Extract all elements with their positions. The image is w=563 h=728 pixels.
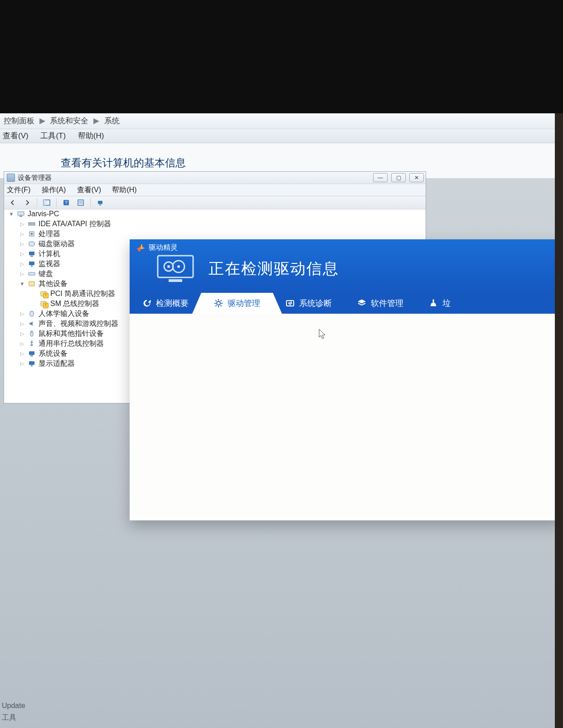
- content-area: [130, 314, 555, 520]
- help-button[interactable]: ?: [60, 197, 72, 208]
- svg-text:?: ?: [65, 200, 68, 205]
- svg-point-13: [31, 223, 32, 224]
- svg-rect-21: [31, 266, 33, 267]
- display-adapter-icon: [28, 360, 36, 367]
- control-panel-window: 控制面板 ▶ 系统和安全 ▶ 系统 查看(V) 工具(T) 帮助(H) 查看有关…: [0, 113, 555, 178]
- expand-toggle[interactable]: [19, 219, 25, 229]
- tab-label: 软件管理: [371, 298, 403, 309]
- sound-icon: [28, 320, 36, 327]
- expand-toggle[interactable]: [9, 209, 14, 219]
- menu-action[interactable]: 操作(A): [42, 186, 66, 194]
- breadcrumb-item[interactable]: 控制面板: [4, 116, 34, 125]
- expand-toggle[interactable]: [19, 319, 25, 329]
- scan-hardware-button[interactable]: [94, 197, 106, 208]
- svg-rect-22: [29, 272, 35, 275]
- svg-rect-4: [78, 200, 83, 205]
- desktop: 控制面板 ▶ 系统和安全 ▶ 系统 查看(V) 工具(T) 帮助(H) 查看有关…: [0, 113, 555, 728]
- tree-node-label: PCI 简易通讯控制器: [50, 289, 115, 299]
- tab-software[interactable]: 软件管理: [345, 293, 416, 314]
- tree-node-label: IDE ATA/ATAPI 控制器: [39, 219, 111, 229]
- expand-toggle[interactable]: [19, 329, 25, 339]
- svg-rect-8: [99, 204, 101, 205]
- expand-toggle[interactable]: [19, 249, 25, 259]
- svg-rect-19: [30, 256, 33, 257]
- app-logo: 驱动精灵: [130, 239, 178, 252]
- svg-point-12: [29, 223, 30, 224]
- computer-icon: [28, 250, 36, 257]
- tree-root[interactable]: Jarvis-PC: [7, 209, 423, 219]
- device-manager-menubar[interactable]: 文件(F) 操作(A) 查看(V) 帮助(H): [4, 184, 426, 196]
- tree-node-label: 其他设备: [39, 279, 68, 289]
- tree-node-ide[interactable]: IDE ATA/ATAPI 控制器: [7, 219, 423, 229]
- software-icon: [357, 299, 366, 308]
- close-button[interactable]: ✕: [409, 173, 424, 182]
- svg-rect-1: [44, 200, 46, 205]
- svg-point-14: [33, 223, 34, 224]
- tab-label: 驱动管理: [228, 298, 260, 309]
- expand-toggle[interactable]: [19, 239, 25, 249]
- svg-line-46: [216, 306, 217, 306]
- tab-overview[interactable]: 检测概要: [130, 293, 201, 314]
- usb-icon: [28, 340, 36, 347]
- show-hide-console-tree-button[interactable]: [41, 197, 53, 208]
- svg-rect-31: [29, 361, 34, 365]
- minimize-button[interactable]: —: [373, 173, 388, 182]
- expand-toggle[interactable]: [19, 229, 25, 239]
- system-icon: [28, 350, 36, 357]
- menu-help[interactable]: 帮助(H): [112, 186, 136, 194]
- tree-node-label: 键盘: [39, 269, 53, 279]
- tree-node-label: 声音、视频和游戏控制器: [39, 319, 118, 329]
- tab-cleanup[interactable]: 垃: [416, 293, 463, 314]
- menu-help[interactable]: 帮助(H): [78, 131, 104, 140]
- sidebar-link-tools[interactable]: 工具: [2, 713, 16, 723]
- svg-rect-20: [29, 262, 34, 265]
- tree-node-label: 监视器: [39, 259, 60, 269]
- svg-rect-24: [41, 291, 46, 296]
- svg-point-37: [167, 265, 170, 268]
- disk-icon: [28, 240, 36, 248]
- menu-view[interactable]: 查看(V): [3, 131, 29, 140]
- svg-rect-10: [19, 216, 22, 217]
- breadcrumb[interactable]: 控制面板 ▶ 系统和安全 ▶ 系统: [0, 113, 555, 129]
- tree-node-label: 鼠标和其他指针设备: [39, 329, 104, 339]
- tree-node-label: 处理器: [39, 229, 60, 239]
- titlebar[interactable]: 设备管理器 — ▢ ✕: [4, 172, 426, 184]
- sidebar-link-update[interactable]: Update: [2, 702, 25, 710]
- tree-node-cpu[interactable]: 处理器: [7, 229, 423, 239]
- computer-icon: [17, 210, 25, 218]
- back-button[interactable]: [7, 197, 19, 208]
- tree-root-label: Jarvis-PC: [28, 209, 59, 219]
- toolbar-separator: [37, 198, 37, 207]
- scan-monitor-icon: [155, 253, 196, 285]
- monitor-icon: [28, 260, 36, 267]
- other-devices-icon: [28, 280, 36, 287]
- expand-toggle[interactable]: [19, 339, 25, 349]
- expand-toggle[interactable]: [19, 359, 25, 369]
- expand-toggle[interactable]: [19, 259, 25, 269]
- menu-view[interactable]: 查看(V): [77, 186, 101, 194]
- control-panel-menubar[interactable]: 查看(V) 工具(T) 帮助(H): [0, 129, 555, 143]
- properties-button[interactable]: [75, 197, 87, 208]
- breadcrumb-item[interactable]: 系统: [104, 116, 120, 125]
- expand-toggle[interactable]: [19, 269, 25, 279]
- expand-toggle[interactable]: [19, 309, 25, 319]
- breadcrumb-item[interactable]: 系统和安全: [50, 116, 88, 125]
- tab-diagnosis[interactable]: 系统诊断: [273, 293, 345, 314]
- forward-button[interactable]: [21, 197, 33, 208]
- svg-line-45: [221, 306, 222, 306]
- svg-rect-25: [41, 301, 46, 306]
- controller-icon: [28, 220, 36, 228]
- tab-drivers[interactable]: 驱动管理: [201, 293, 273, 314]
- expand-toggle[interactable]: [19, 349, 25, 359]
- header[interactable]: 驱动精灵 正在检测驱动信息: [130, 239, 555, 293]
- svg-rect-33: [158, 256, 193, 277]
- maximize-button[interactable]: ▢: [391, 173, 406, 182]
- menu-tools[interactable]: 工具(T): [40, 131, 66, 140]
- tree-node-label: SM 总线控制器: [50, 299, 99, 309]
- app-name: 驱动精灵: [149, 243, 178, 252]
- expand-toggle[interactable]: [19, 279, 25, 289]
- toolbar-separator: [90, 198, 91, 207]
- menu-file[interactable]: 文件(F): [7, 186, 30, 194]
- svg-point-39: [217, 301, 220, 305]
- tree-node-label: 人体学输入设备: [39, 309, 89, 319]
